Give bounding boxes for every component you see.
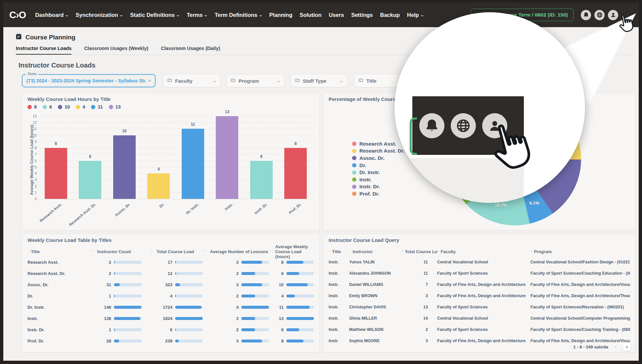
- y-tick-label: 9: [28, 140, 37, 144]
- nav-item-label: Dashboard: [35, 12, 64, 18]
- y-tick-label: 11: [28, 127, 37, 131]
- y-tick-label: 0: [28, 197, 37, 201]
- app-logo[interactable]: C›O: [9, 10, 26, 21]
- magnifier-bubble: [394, 12, 585, 203]
- table-row[interactable]: Instr.Alexandra JOHNSON11Faculty of Spor…: [329, 268, 630, 279]
- weekly-load-table-card: Weekly Course Load Table by Titles ⌃Titl…: [22, 234, 320, 352]
- tab-classroom-usages-daily[interactable]: Classroom Usages (Daily): [161, 46, 220, 55]
- pie-legend-item[interactable]: Assoc. Dr.: [352, 155, 404, 162]
- y-tick-label: 10: [28, 133, 37, 137]
- table-row[interactable]: Instr.Matthew WILSON2Faculty of Sport Sc…: [329, 324, 630, 335]
- filter-dropdown-program[interactable]: Program⌄: [226, 74, 285, 87]
- column-header[interactable]: ⌃Total Course Load: [401, 249, 437, 254]
- pie-legend-item[interactable]: Dr. Instr.: [352, 169, 404, 176]
- chevron-down-icon: ⌄: [119, 13, 123, 17]
- cell-lessons: 4: [203, 305, 269, 310]
- column-header[interactable]: ⌃Instructor: [349, 249, 401, 254]
- bar-prof-dr-[interactable]: [284, 148, 307, 199]
- cell-lessons: 2: [203, 316, 269, 321]
- y-tick-label: 2: [28, 184, 37, 188]
- nav-item-synchronization[interactable]: Synchronization⌄: [76, 12, 123, 18]
- y-tick-label: 13: [28, 114, 37, 118]
- column-header[interactable]: ⌃Average Number of Lessons: [203, 249, 269, 254]
- cell-count: 1: [80, 327, 142, 332]
- table-row[interactable]: Instr.Olivia MILLER14Central Vocational …: [329, 313, 630, 324]
- column-header[interactable]: ⌃Program: [530, 249, 630, 254]
- nav-item-users[interactable]: Users: [329, 12, 344, 18]
- x-tick-label: Research Asst.: [39, 202, 62, 223]
- nav-item-static-definitions[interactable]: Static Definitions⌄: [130, 12, 179, 18]
- column-header[interactable]: ⌃Title: [329, 249, 349, 254]
- cell-lessons: 2: [203, 327, 269, 332]
- bar-value-label: 11: [191, 122, 195, 127]
- cell-instructor: Matthew WILSON: [349, 327, 401, 332]
- chevron-down-icon: ⌄: [176, 13, 180, 17]
- pie-legend-item[interactable]: Research Asst.: [352, 140, 404, 148]
- cell-load: 6: [142, 327, 203, 332]
- cell-load: 11: [401, 271, 437, 276]
- course-planning-icon: [15, 33, 22, 42]
- bar-value-label: 8: [55, 141, 57, 146]
- filter-dropdown-faculty[interactable]: Faculty⌄: [163, 74, 220, 87]
- nav-item-dashboard[interactable]: Dashboard⌄: [35, 12, 68, 18]
- bar-instr-dr-[interactable]: [250, 161, 273, 199]
- bar-dr-instr-[interactable]: [182, 129, 204, 199]
- column-header[interactable]: ⌃Instructor Count: [80, 249, 142, 254]
- nav-item-terms[interactable]: Terms⌄: [187, 12, 207, 18]
- table-row[interactable]: Instr.1381824213: [27, 313, 314, 324]
- column-header[interactable]: ⌃Faculty: [437, 249, 530, 254]
- column-header[interactable]: ⌃Title: [27, 249, 80, 254]
- cell-lessons: 3: [203, 339, 269, 343]
- bar-research-asst-dr-[interactable]: [79, 161, 101, 199]
- cell-program: Faculty of Sport Sciences/Coaching Train…: [530, 327, 630, 332]
- table-row[interactable]: Dr.1424: [27, 290, 314, 301]
- term-filter[interactable]: Term (73) 2024 - 2023-2024 Spring Semest…: [22, 74, 156, 87]
- table-row[interactable]: Research Asst. Dr.21226: [27, 268, 314, 279]
- pie-legend-item[interactable]: Prof. Dr.: [352, 190, 404, 198]
- tab-instructor-course-loads[interactable]: Instructor Course Loads: [16, 46, 71, 55]
- table-row[interactable]: Instr.Emily BROWN3Faculty of Fine Arts, …: [329, 290, 630, 301]
- pagination-next-button[interactable]: ›: [623, 343, 631, 351]
- bar-assoc-dr-[interactable]: [113, 135, 136, 199]
- page-title: Course Planning: [25, 34, 75, 41]
- nav-item-backup[interactable]: Backup: [380, 12, 400, 18]
- table-row[interactable]: Prof. Dr.2823938: [27, 335, 314, 346]
- nav-item-planning[interactable]: Planning: [269, 12, 293, 18]
- magnified-globe-icon: [451, 113, 476, 138]
- cell-load: 239: [142, 339, 203, 343]
- table-row[interactable]: Assoc. Dr.31323310: [27, 279, 314, 290]
- tab-classroom-usages-weekly[interactable]: Classroom Usages (Weekly): [84, 46, 148, 55]
- cell-instructor: Alexandra JOHNSON: [349, 271, 401, 276]
- cell-title: Instr.: [329, 271, 349, 276]
- nav-item-settings[interactable]: Settings: [351, 12, 373, 18]
- table-row[interactable]: Instr.Christopher DAVIS13Faculty of Spor…: [329, 301, 630, 313]
- pie-legend-item[interactable]: Research Asst. Dr.: [352, 148, 404, 155]
- pie-slice-label: 16.7%: [495, 202, 507, 207]
- nav-item-term-definitions[interactable]: Term Definitions⌄: [215, 12, 262, 18]
- bar-research-asst-[interactable]: [45, 148, 67, 199]
- pie-legend-item[interactable]: Instr.: [352, 176, 404, 183]
- column-header[interactable]: ⌃Average Weekly Course Load (hours): [269, 244, 314, 259]
- nav-item-help[interactable]: Help⌄: [407, 12, 424, 18]
- table-row[interactable]: Instr. Dr.1626: [27, 324, 314, 335]
- nav-item-solution[interactable]: Solution: [300, 12, 322, 18]
- table-row[interactable]: Instr.Yunus YALIN11Central Vocational Sc…: [329, 256, 630, 268]
- cell-load: 3: [401, 339, 437, 343]
- nav-item-label: Backup: [380, 12, 400, 18]
- pie-legend-item[interactable]: Dr.: [352, 162, 404, 169]
- y-tick-label: 6: [28, 159, 37, 163]
- term-clear-icon[interactable]: ×: [148, 78, 151, 83]
- nav-menu: Dashboard⌄Synchronization⌄Static Definit…: [35, 12, 424, 18]
- bar-value-label: 13: [225, 110, 229, 114]
- table-row[interactable]: Instr.Daniel WILLIAMS7Faculty of Fine Ar…: [329, 279, 630, 290]
- pagination-prev-button[interactable]: ‹: [612, 343, 619, 351]
- filter-dropdown-staff-type[interactable]: Staff Type⌄: [291, 74, 347, 87]
- bar-dr-[interactable]: [147, 173, 170, 199]
- bar-instr-[interactable]: [216, 116, 238, 199]
- column-header[interactable]: ⌃Total Course Load: [142, 249, 203, 254]
- pie-legend-item[interactable]: Instr. Dr.: [352, 183, 404, 191]
- cell-faculty: Faculty of Fine Arts, Design and Archite…: [437, 282, 530, 287]
- cell-faculty: Faculty of Sport Sciences: [437, 327, 530, 332]
- table-row[interactable]: Dr. Instr.1461724411: [27, 301, 314, 313]
- cell-load: 3: [401, 294, 437, 298]
